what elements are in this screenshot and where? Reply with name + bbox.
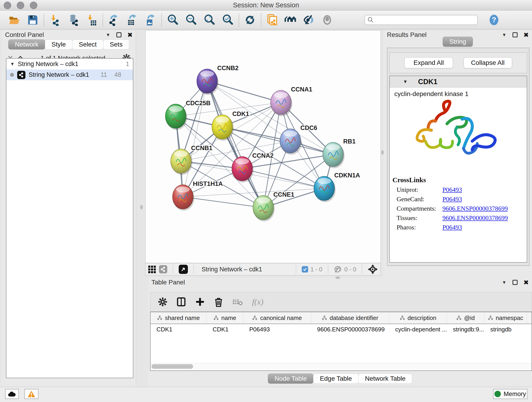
network-edge[interactable] — [207, 81, 263, 208]
separator — [193, 265, 194, 274]
grid-view-icon[interactable] — [148, 266, 156, 273]
open-folder-icon[interactable] — [8, 13, 21, 27]
network-node-cdk1[interactable]: CDK1 — [212, 110, 249, 141]
zoom-window-button[interactable] — [30, 2, 37, 9]
network-label: String Network – cdk1 — [29, 71, 89, 78]
column-header-description[interactable]: description — [389, 312, 447, 324]
import-table-file-icon[interactable] — [85, 13, 98, 27]
network-node-ccnb1[interactable]: CCNB1 — [171, 145, 212, 175]
network-graph[interactable]: CCNB2CCNA1CDC25BCDK1CDC6RB1CCNB1CCNA2CDK… — [146, 31, 380, 263]
column-header-shared-name[interactable]: shared name — [151, 312, 207, 324]
node-details-header[interactable]: ▼ CDK1 — [390, 76, 527, 88]
table-cell: CDK1 — [151, 324, 207, 336]
tab-style[interactable]: Style — [45, 39, 72, 50]
close-panel-icon[interactable]: ✖ — [524, 279, 529, 286]
crosslink-link[interactable]: P06493 — [443, 196, 462, 203]
network-view-toolbar: String Network – cdk1 1 - 0 0 - 0 — [145, 263, 381, 275]
column-header-database-identifier[interactable]: database identifier — [311, 312, 389, 324]
tab-network-table[interactable]: Network Table — [358, 374, 412, 384]
refresh-view-icon[interactable] — [243, 13, 257, 27]
show-column-icon[interactable] — [177, 297, 186, 307]
memory-button[interactable]: Memory — [493, 389, 527, 399]
tab-select[interactable]: Select — [72, 39, 103, 50]
network-edge[interactable] — [183, 197, 263, 208]
pan-crosshair-icon[interactable] — [368, 264, 378, 274]
network-edge[interactable] — [183, 81, 207, 197]
save-icon[interactable] — [26, 13, 39, 27]
node-label: RB1 — [343, 138, 355, 145]
column-header--id[interactable]: @id — [447, 312, 484, 324]
birds-eye-view-icon[interactable] — [179, 265, 188, 274]
column-label: name — [221, 314, 236, 322]
network-node-rb1[interactable]: RB1 — [323, 138, 355, 168]
column-header-name[interactable]: name — [207, 312, 243, 324]
vertical-splitter-handle[interactable] — [381, 150, 384, 155]
close-window-button[interactable] — [4, 2, 11, 9]
network-node-cdkn1a[interactable]: CDKN1A — [314, 172, 360, 202]
tab-node-table[interactable]: Node Table — [268, 374, 313, 384]
import-network-file-icon[interactable] — [48, 13, 62, 27]
network-edge[interactable] — [242, 169, 324, 188]
table-settings-gear-icon[interactable] — [158, 297, 167, 306]
string-home-icon[interactable] — [284, 13, 297, 27]
network-node-cdc6[interactable]: CDC6 — [280, 124, 317, 155]
float-panel-icon[interactable] — [513, 280, 518, 285]
warnings-button[interactable] — [24, 389, 38, 399]
crosslink-link[interactable]: 9606.ENSP00000378699 — [443, 214, 508, 222]
network-canvas[interactable]: CCNB2CCNA1CDC25BCDK1CDC6RB1CCNB1CCNA2CDK… — [145, 30, 381, 263]
horizontal-scrollbar[interactable] — [151, 363, 532, 370]
expand-all-button[interactable]: Expand All — [404, 57, 453, 68]
network-node-ccna2[interactable]: CCNA2 — [232, 152, 273, 182]
hidden-eye-icon[interactable] — [334, 266, 342, 273]
zoom-in-icon[interactable] — [166, 13, 179, 27]
vertical-splitter-handle[interactable] — [140, 205, 143, 210]
selected-checkbox-icon[interactable] — [302, 266, 308, 273]
horizontal-splitter-handle[interactable] — [336, 276, 340, 279]
show-graphics-details-icon[interactable] — [321, 13, 334, 27]
export-table-icon[interactable] — [126, 13, 139, 27]
scrollbar-thumb[interactable] — [152, 364, 193, 369]
crosslink-link[interactable]: 9606.ENSP00000378699 — [443, 205, 508, 212]
crosslink-link[interactable]: P06493 — [443, 224, 462, 231]
column-header-canonical-name[interactable]: canonical name — [243, 312, 311, 324]
clone-network-icon[interactable] — [266, 13, 279, 27]
crosslink-link[interactable]: P06493 — [443, 186, 462, 193]
hide-graphics-details-icon[interactable] — [302, 13, 316, 27]
network-node-ccna1[interactable]: CCNA1 — [271, 86, 312, 116]
minimize-window-button[interactable] — [17, 2, 24, 9]
zoom-out-icon[interactable] — [184, 13, 198, 27]
close-panel-icon[interactable]: ✖ — [127, 31, 133, 39]
zoom-fit-icon[interactable] — [203, 13, 216, 27]
float-panel-icon[interactable] — [116, 32, 121, 37]
column-header-namespac[interactable]: namespac — [484, 312, 527, 324]
network-node-hist1h1a[interactable]: HIST1H1A — [172, 180, 223, 211]
tab-edge-table[interactable]: Edge Table — [313, 374, 359, 384]
export-image-icon[interactable] — [144, 13, 157, 27]
crosslink-label: Uniprot: — [397, 186, 443, 193]
import-network-database-icon[interactable] — [67, 13, 80, 27]
panel-menu-icon[interactable]: ▼ — [106, 32, 110, 38]
zoom-selected-icon[interactable] — [221, 13, 234, 27]
panel-menu-icon[interactable]: ▼ — [502, 280, 507, 285]
network-row[interactable]: String Network – cdk1 11 48 — [6, 70, 133, 80]
collapse-entry-icon[interactable]: ▼ — [403, 79, 408, 84]
tab-string[interactable]: String — [443, 37, 473, 47]
delete-column-trash-icon[interactable] — [214, 297, 223, 307]
export-network-icon[interactable] — [107, 13, 120, 27]
collapse-all-button[interactable]: Collapse All — [463, 57, 512, 68]
create-column-icon[interactable] — [195, 297, 205, 307]
table-row[interactable]: CDK1CDK1P064939606.ENSP00000378699cyclin… — [151, 324, 532, 336]
tab-network[interactable]: Network — [8, 39, 45, 50]
network-node-ccnb2[interactable]: CCNB2 — [197, 65, 239, 95]
tab-sets[interactable]: Sets — [103, 39, 129, 50]
function-builder-icon[interactable]: f(x) — [252, 297, 264, 307]
tree-expander-icon[interactable]: ▼ — [10, 61, 15, 67]
help-icon[interactable]: ? — [487, 13, 500, 27]
network-collection-row[interactable]: ▼ String Network – cdk1 1 — [6, 59, 133, 70]
delete-table-icon[interactable] — [232, 298, 243, 306]
cloud-status-button[interactable] — [5, 389, 19, 399]
search-input[interactable] — [374, 16, 475, 24]
network-node-ccne1[interactable]: CCNE1 — [253, 191, 294, 221]
toolbar-search[interactable] — [365, 15, 478, 25]
table-cell: stringdb:9... — [447, 324, 484, 336]
